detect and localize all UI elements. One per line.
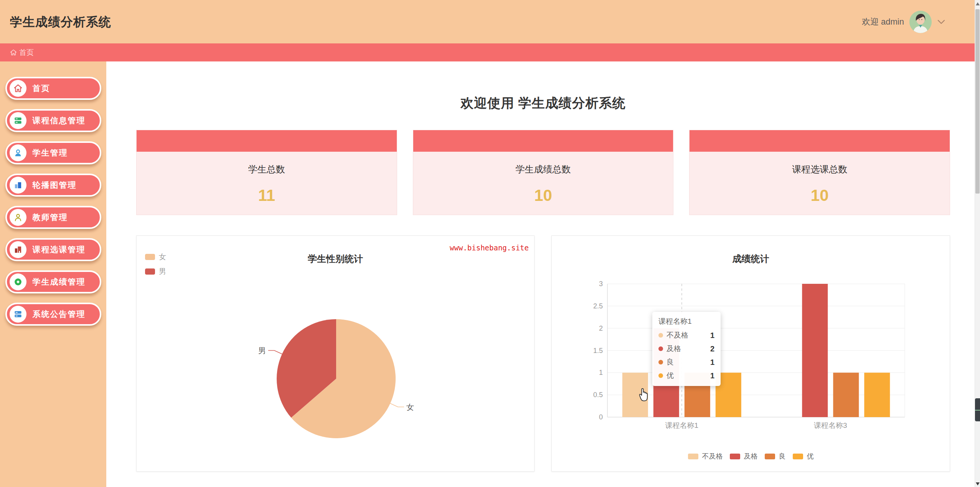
sidebar-item-label: 学生成绩管理 [33, 277, 86, 287]
sidebar-item-carousel[interactable]: 轮播图管理 [5, 174, 101, 197]
score-bar-chart[interactable]: 00.511.522.53课程名称1课程名称3 [552, 236, 950, 472]
bar-legend-item-良[interactable]: 良 [765, 452, 786, 461]
scrollbar-thumb[interactable] [975, 9, 980, 194]
legend-label: 不及格 [702, 452, 723, 461]
stat-label: 学生总数 [137, 163, 397, 176]
tooltip-series-name: 不及格 [667, 330, 688, 340]
breadcrumb-home-label: 首页 [19, 48, 34, 58]
y-tick-label: 1.5 [593, 347, 603, 354]
sidebar-item-label: 首页 [33, 83, 50, 94]
notice-list-icon [10, 306, 26, 323]
stat-card-students: 学生总数 11 [136, 130, 397, 215]
avatar[interactable] [909, 11, 932, 33]
page-title: 欢迎使用 学生成绩分析系统 [106, 94, 980, 112]
legend-label: 良 [779, 452, 786, 461]
tooltip-series-dot [658, 333, 663, 338]
tooltip-series-value: 2 [710, 345, 714, 353]
scrollbar-down-arrow[interactable] [976, 482, 980, 485]
sidebar-item-notices[interactable]: 系统公告管理 [5, 303, 101, 326]
sidebar-item-label: 课程选课管理 [33, 244, 86, 255]
bar-legend-item-优[interactable]: 优 [793, 452, 814, 461]
bar-优-课程名称3[interactable] [864, 373, 890, 417]
tooltip-row: 良1 [658, 357, 714, 367]
legend-swatch [145, 254, 155, 260]
home-icon [10, 49, 17, 56]
teacher-icon [10, 209, 26, 226]
tooltip-series-name: 及格 [667, 344, 681, 354]
tooltip-series-name: 优 [667, 371, 674, 381]
sidebar-item-label: 轮播图管理 [33, 180, 77, 190]
bar-良-课程名称3[interactable] [833, 373, 859, 417]
chart-tooltip: 课程名称1 不及格1及格2良1优1 [652, 312, 721, 386]
chevron-down-icon[interactable] [937, 19, 945, 25]
sidebar-item-label: 教师管理 [33, 212, 68, 223]
watermark-url: www.bishebang.site [450, 244, 529, 252]
sidebar-item-course-select[interactable]: 课程选课管理 [5, 238, 101, 261]
user-menu[interactable]: 欢迎 admin [862, 0, 945, 43]
stat-card-scores: 学生成绩总数 10 [413, 130, 674, 215]
tooltip-series-dot [658, 360, 663, 364]
course-list-icon [10, 112, 26, 129]
top-header: 学生成绩分析系统 欢迎 admin [0, 0, 980, 43]
x-category-label: 课程名称1 [665, 421, 698, 429]
tooltip-row: 及格2 [658, 344, 714, 354]
carousel-icon [10, 177, 26, 194]
sidebar-item-label: 系统公告管理 [33, 309, 86, 320]
legend-label: 男 [159, 267, 166, 277]
pie-legend-item-男[interactable]: 男 [145, 267, 166, 277]
pie-label: 男 [258, 346, 266, 355]
cursor-pointer-icon [637, 386, 650, 402]
bar-legend: 不及格及格良优 [552, 452, 950, 461]
charts-row: www.bishebang.site 学生性别统计 女男 女男 成绩统计 00.… [136, 235, 950, 472]
stat-value: 10 [690, 186, 950, 205]
stat-card-header [690, 130, 950, 152]
tooltip-series-dot [658, 346, 663, 351]
legend-label: 女 [159, 252, 166, 262]
pie-legend-item-女[interactable]: 女 [145, 252, 166, 262]
tooltip-series-value: 1 [710, 371, 714, 380]
pie-label-line [268, 351, 283, 354]
tooltip-series-name: 良 [667, 357, 674, 367]
score-bar-card: 成绩统计 00.511.522.53课程名称1课程名称3 课程名称1 不及格1及… [551, 235, 950, 472]
app-title: 学生成绩分析系统 [10, 14, 111, 31]
scrollbar-up-arrow[interactable] [976, 2, 980, 5]
breadcrumb-bar: 首页 [0, 43, 980, 61]
stats-row: 学生总数 11 学生成绩总数 10 课程选课总数 10 [136, 130, 950, 215]
sidebar-item-scores[interactable]: 学生成绩管理 [5, 270, 101, 293]
legend-label: 及格 [744, 452, 758, 461]
legend-swatch [688, 454, 698, 459]
tooltip-series-value: 1 [710, 331, 714, 340]
y-tick-label: 0.5 [593, 391, 603, 399]
tooltip-rows: 不及格1及格2良1优1 [658, 330, 714, 381]
sidebar-item-teachers[interactable]: 教师管理 [5, 206, 101, 229]
gender-pie-chart[interactable]: 女男 [137, 236, 535, 472]
building-icon [10, 241, 26, 258]
bar-legend-item-及格[interactable]: 及格 [730, 452, 758, 461]
sidebar-item-home[interactable]: 首页 [5, 77, 101, 100]
stat-card-course-selections: 课程选课总数 10 [689, 130, 950, 215]
legend-swatch [145, 268, 155, 275]
sidebar-item-label: 学生管理 [33, 147, 68, 158]
tooltip-row: 不及格1 [658, 330, 714, 340]
bar-及格-课程名称3[interactable] [802, 284, 828, 417]
gender-pie-card: www.bishebang.site 学生性别统计 女男 女男 [136, 235, 535, 472]
avatar-image [909, 11, 932, 33]
bar-legend-item-不及格[interactable]: 不及格 [688, 452, 723, 461]
stat-card-header [413, 130, 673, 152]
app-root: 学生成绩分析系统 欢迎 admin 首 [0, 0, 980, 487]
student-icon [10, 144, 26, 161]
legend-swatch [765, 454, 775, 459]
sidebar: 首页 课程信息管理 学生管理 轮播图管理 教师管理 [0, 61, 106, 487]
x-category-label: 课程名称3 [814, 421, 847, 429]
tooltip-series-value: 1 [710, 358, 714, 367]
side-widget[interactable] [975, 398, 980, 421]
tooltip-row: 优1 [658, 371, 714, 381]
y-tick-label: 3 [599, 280, 603, 288]
welcome-user-text: 欢迎 admin [862, 16, 904, 28]
sidebar-item-label: 课程信息管理 [33, 115, 86, 126]
sidebar-item-course-info[interactable]: 课程信息管理 [5, 109, 101, 132]
sidebar-item-students[interactable]: 学生管理 [5, 141, 101, 164]
y-tick-label: 0 [599, 413, 603, 421]
breadcrumb-home[interactable]: 首页 [10, 48, 34, 58]
tooltip-series-dot [658, 373, 663, 378]
